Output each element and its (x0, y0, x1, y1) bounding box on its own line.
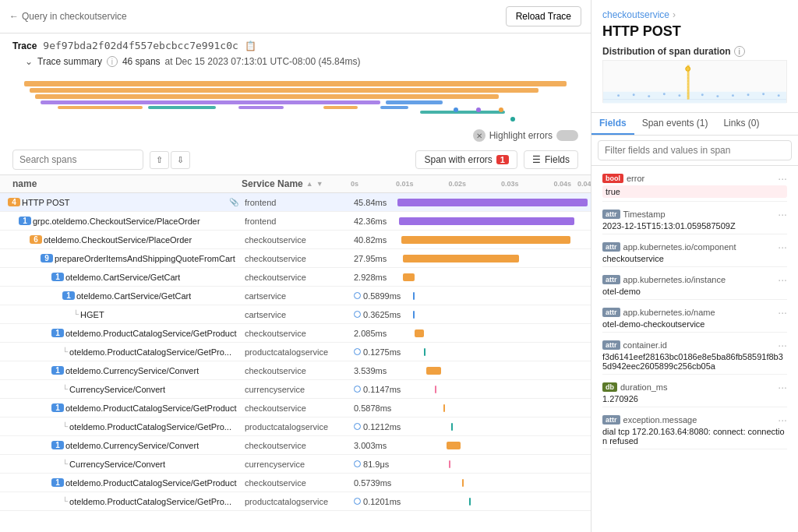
field-options-button[interactable]: ··· (778, 172, 787, 185)
table-row[interactable]: └ oteldemo.ProductCatalogService/GetPro.… (0, 492, 591, 511)
table-row[interactable]: 1 grpc.oteldemo.CheckoutService/PlaceOrd… (0, 212, 591, 231)
field-row: attrapp.kubernetes.io/component···checko… (591, 238, 798, 270)
highlight-switch[interactable] (556, 130, 578, 141)
field-type-tag: attr (602, 308, 620, 317)
highlight-toggle[interactable]: ✕ Highlight errors (473, 129, 578, 142)
table-row[interactable]: └ oteldemo.ProductCatalogService/GetPro.… (0, 343, 591, 361)
rp-service-link[interactable]: checkoutservice (602, 9, 669, 20)
cell-service: checkoutservice (242, 439, 351, 453)
back-icon: ← (9, 11, 19, 22)
field-value: otel-demo (602, 287, 787, 296)
field-value: 2023-12-15T15:13:01.059587509Z (602, 221, 787, 231)
field-options-button[interactable]: ··· (778, 273, 787, 286)
cell-name: 1 oteldemo.ProductCatalogService/GetProd… (0, 326, 242, 340)
error-filter-button[interactable]: Span with errors 1 (415, 150, 517, 169)
field-options-button[interactable]: ··· (778, 208, 787, 220)
span-count-badge: 1 (51, 441, 64, 449)
timeline-bar (41, 100, 380, 104)
nav-buttons: ⇧ ⇩ (150, 151, 190, 169)
back-button[interactable]: ← Query in checkoutservice (9, 11, 127, 22)
table-row[interactable]: 1 oteldemo.CurrencyService/Convertchecko… (0, 361, 591, 380)
field-value: true (602, 185, 787, 198)
span-label: prepareOrderItemsAndShippingQuoteFromCar… (55, 254, 235, 263)
rp-tab-span-events-1[interactable]: Span events (1) (634, 113, 716, 135)
cell-name: └ oteldemo.ProductCatalogService/GetPro.… (0, 420, 242, 434)
span-label: oteldemo.ProductCatalogService/GetPro... (69, 422, 231, 432)
rp-title: HTTP POST (602, 23, 787, 40)
span-count-badge: 9 (41, 254, 53, 262)
cell-timeline: 0.3625ms (351, 307, 591, 322)
tree-connector-icon: └ (62, 385, 68, 393)
trace-id: 9ef97bda2f02d4f557ebcbcc7e991c0c (43, 40, 238, 51)
field-name: error (627, 174, 775, 183)
rp-tab-links-0[interactable]: Links (0) (715, 113, 767, 135)
search-input[interactable] (12, 150, 143, 170)
cell-timeline: 2.928ms (351, 270, 591, 285)
duration-label: 2.085ms (354, 329, 393, 338)
tree-connector-icon: └ (62, 497, 68, 506)
info-icon[interactable]: i (107, 56, 118, 67)
table-row[interactable]: 1 oteldemo.ProductCatalogService/GetProd… (0, 474, 591, 492)
summary-label: Trace summary (37, 56, 102, 67)
reload-button[interactable]: Reload Trace (506, 6, 581, 26)
span-bar-wrap (405, 384, 588, 395)
table-row[interactable]: 4 HTTP POST📎frontend45.84ms (0, 193, 591, 212)
field-search-input[interactable] (598, 140, 792, 160)
table-row[interactable]: 1 oteldemo.CartService/GetCartcheckoutse… (0, 268, 591, 287)
field-tag-row: attrapp.kubernetes.io/component··· (602, 241, 787, 253)
table-row[interactable]: 9 prepareOrderItemsAndShippingQuoteFromC… (0, 249, 591, 268)
table-row[interactable]: └ HGETcartservice 0.3625ms (0, 305, 591, 324)
timeline-bar (24, 81, 567, 86)
cell-service: checkoutservice (242, 476, 351, 490)
table-row[interactable]: 1 oteldemo.CurrencyService/Convertchecko… (0, 436, 591, 455)
table-row[interactable]: 1 oteldemo.ProductCatalogService/GetProd… (0, 324, 591, 343)
timeline-bar (30, 88, 538, 93)
field-divider (602, 407, 787, 407)
cell-timeline: 0.1275ms (351, 344, 591, 360)
field-divider (602, 234, 787, 234)
clip-icon: 📎 (229, 198, 238, 206)
nav-up-button[interactable]: ⇧ (150, 151, 169, 169)
dot (510, 117, 515, 122)
table-row[interactable]: └ oteldemo.ProductCatalogService/GetPro.… (0, 417, 591, 436)
cell-service: checkoutservice (242, 233, 351, 247)
field-name: duration_ms (620, 382, 775, 392)
span-dot-icon (354, 386, 361, 393)
field-options-button[interactable]: ··· (778, 339, 787, 351)
table-row[interactable]: 1 oteldemo.CartService/GetCartcartservic… (0, 287, 591, 305)
back-label: Query in checkoutservice (22, 11, 127, 22)
summary-chevron[interactable]: ⌄ (25, 56, 33, 67)
field-type-tag: attr (602, 275, 620, 284)
span-bar (399, 217, 574, 225)
nav-down-button[interactable]: ⇩ (171, 151, 190, 169)
field-options-button[interactable]: ··· (778, 306, 787, 319)
table-row[interactable]: 6 oteldemo.CheckoutService/PlaceOrderche… (0, 231, 591, 249)
field-options-button[interactable]: ··· (778, 414, 787, 426)
table-row[interactable]: └ CurrencyService/Convertcurrencyservice… (0, 380, 591, 399)
rp-breadcrumb-sep: › (673, 9, 676, 20)
table-row[interactable]: └ CurrencyService/Convertcurrencyservice… (0, 455, 591, 474)
timeline-bar (58, 106, 143, 109)
tree-connector-icon: └ (73, 310, 79, 319)
cell-timeline: 0.5739ms (351, 475, 591, 491)
toggle-close-icon[interactable]: ✕ (473, 129, 486, 142)
field-options-button[interactable]: ··· (778, 381, 787, 393)
timeline-bars (12, 78, 578, 125)
rp-tabs: FieldsSpan events (1)Links (0) (591, 113, 798, 136)
span-label: CurrencyService/Convert (69, 385, 165, 394)
svg-point-5 (648, 95, 650, 97)
span-bar-wrap (397, 253, 588, 264)
sort-icon-down[interactable]: ▼ (316, 180, 323, 188)
span-count-badge: 4 (8, 198, 20, 206)
cell-name: └ oteldemo.ProductCatalogService/GetPro.… (0, 345, 242, 359)
field-value: dial tcp 172.20.163.64:8080: connect: co… (602, 427, 787, 446)
field-divider (602, 266, 787, 267)
span-bar-wrap (397, 328, 588, 339)
field-options-button[interactable]: ··· (778, 241, 787, 253)
rp-tab-fields[interactable]: Fields (591, 113, 634, 135)
dist-info-icon[interactable]: i (734, 46, 745, 57)
table-row[interactable]: 1 oteldemo.ProductCatalogService/GetProd… (0, 399, 591, 417)
fields-button[interactable]: ☰ Fields (524, 150, 578, 169)
sort-icon[interactable]: ▲ (306, 180, 313, 188)
copy-icon[interactable]: 📋 (245, 41, 256, 51)
